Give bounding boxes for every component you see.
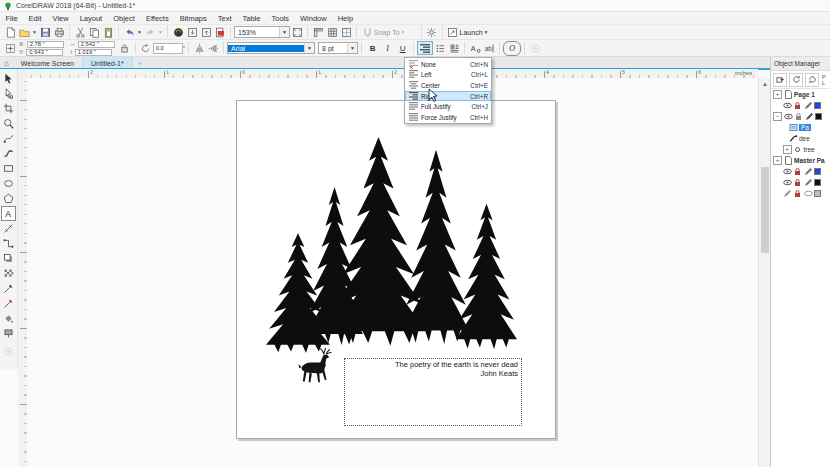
edit-text-icon[interactable]: ab: [482, 41, 496, 55]
menu-item-force-justify[interactable]: Force Justify Ctrl+H: [405, 112, 491, 123]
menu-item-none[interactable]: None Ctrl+N: [405, 59, 491, 70]
show-grid-icon[interactable]: [325, 25, 339, 39]
object-row-paragraph-text[interactable]: Pa: [771, 122, 830, 133]
paragraph-text-frame[interactable]: The poetry of the earth is never dead Jo…: [344, 358, 522, 426]
pencil-icon[interactable]: [805, 112, 814, 121]
vertical-scrollbar[interactable]: ▲: [758, 78, 770, 467]
object-width-field[interactable]: 2.542 ": [78, 41, 115, 48]
open-icon[interactable]: [17, 25, 31, 39]
undo-icon[interactable]: [122, 25, 136, 39]
layer-row-master-guides[interactable]: [771, 166, 830, 177]
publish-pdf-icon[interactable]: [213, 25, 227, 39]
font-size-combo[interactable]: 8 pt ▼: [318, 42, 358, 54]
full-screen-preview-icon[interactable]: [290, 25, 304, 39]
parallel-dimension-tool[interactable]: [1, 221, 16, 236]
y-position-field[interactable]: 0.643 ": [26, 49, 63, 56]
rectangle-tool[interactable]: [1, 161, 16, 176]
x-position-field[interactable]: 2.78 ": [27, 41, 64, 48]
redo-icon[interactable]: [143, 25, 157, 39]
zoom-tool[interactable]: [1, 116, 16, 131]
bold-button[interactable]: B: [365, 41, 380, 56]
menu-window[interactable]: Window: [294, 14, 332, 23]
ellipse-tool[interactable]: [1, 176, 16, 191]
launch-label[interactable]: Launch: [460, 29, 483, 36]
cut-icon[interactable]: [73, 25, 87, 39]
drop-cap-icon[interactable]: [447, 41, 461, 55]
layer-row-guides[interactable]: [771, 100, 830, 111]
menu-view[interactable]: View: [47, 14, 74, 23]
document-page[interactable]: The poetry of the earth is never dead Jo…: [236, 100, 556, 439]
collapse-icon[interactable]: −: [773, 112, 782, 121]
pencil-icon[interactable]: [783, 189, 792, 198]
menu-effects[interactable]: Effects: [140, 14, 174, 23]
menu-bitmaps[interactable]: Bitmaps: [174, 14, 212, 23]
eye-icon[interactable]: [783, 178, 792, 187]
lock-icon[interactable]: [793, 189, 802, 198]
pine-tree-5[interactable]: [456, 201, 517, 353]
eye-icon[interactable]: [783, 167, 792, 176]
color-eyedropper-tool[interactable]: [1, 281, 16, 296]
menu-tools[interactable]: Tools: [266, 14, 295, 23]
open-dropdown-arrow[interactable]: ▼: [31, 26, 38, 38]
eye-icon[interactable]: [804, 189, 813, 198]
flip-vertical-icon[interactable]: [206, 41, 220, 55]
snap-to-label[interactable]: Snap To: [374, 29, 400, 36]
layer-row-master-page[interactable]: + Master Pa: [771, 155, 830, 166]
pencil-icon[interactable]: [804, 178, 813, 187]
copy-icon[interactable]: [87, 25, 101, 39]
menu-item-left[interactable]: Left Ctrl+L: [405, 70, 491, 81]
new-document-icon[interactable]: [3, 25, 17, 39]
zoom-level-value[interactable]: 153%: [235, 29, 279, 36]
show-rulers-icon[interactable]: [311, 25, 325, 39]
menu-item-full-justify[interactable]: Full Justify Ctrl+J: [405, 101, 491, 112]
new-layer-button[interactable]: [773, 73, 787, 87]
layer-manager-view-button[interactable]: [805, 73, 819, 87]
object-row-trees-group[interactable]: + tree: [771, 144, 830, 155]
menu-file[interactable]: File: [0, 14, 23, 23]
polygon-tool[interactable]: [1, 191, 16, 206]
layer-row-page1[interactable]: + Page 1: [771, 89, 830, 100]
underline-button[interactable]: U: [395, 41, 410, 56]
drawing-workspace[interactable]: The poetry of the earth is never dead Jo…: [27, 78, 758, 467]
snap-magnet-icon[interactable]: [360, 25, 374, 39]
interactive-fill-tool[interactable]: [1, 311, 16, 326]
zoom-level-combo[interactable]: 153% ▼: [234, 26, 290, 38]
lock-icon[interactable]: [793, 167, 802, 176]
shape-tool[interactable]: [1, 86, 16, 101]
pencil-icon[interactable]: [804, 101, 813, 110]
snap-to-dropdown-arrow[interactable]: ▼: [400, 26, 407, 38]
import-icon[interactable]: [185, 25, 199, 39]
redo-dropdown-arrow[interactable]: ▼: [157, 26, 164, 38]
export-icon[interactable]: [199, 25, 213, 39]
smart-fill-tool[interactable]: [1, 326, 16, 341]
print-icon[interactable]: [52, 25, 66, 39]
italic-button[interactable]: I: [380, 41, 395, 56]
text-alignment-button[interactable]: [417, 41, 433, 55]
undo-dropdown-arrow[interactable]: ▼: [136, 26, 143, 38]
application-launcher-icon[interactable]: [446, 25, 460, 39]
menu-layout[interactable]: Layout: [74, 14, 108, 23]
eye-icon[interactable]: [784, 112, 793, 121]
font-list-dropdown-arrow[interactable]: ▼: [304, 43, 314, 53]
menu-item-right[interactable]: Right Ctrl+R: [405, 91, 491, 102]
text-properties-button[interactable]: O: [503, 41, 521, 56]
text-tool[interactable]: A: [1, 206, 16, 221]
lock-ratio-icon[interactable]: [118, 41, 132, 55]
menu-table[interactable]: Table: [237, 14, 266, 23]
pick-tool[interactable]: [1, 71, 16, 86]
menu-edit[interactable]: Edit: [23, 14, 47, 23]
scrollbar-thumb[interactable]: [761, 167, 769, 253]
object-height-field[interactable]: 1.019 ": [75, 49, 112, 56]
save-icon[interactable]: [38, 25, 52, 39]
layers-button-clipped-label[interactable]: L: [822, 80, 826, 86]
object-row-deer[interactable]: dee: [771, 133, 830, 144]
eye-icon[interactable]: [783, 101, 792, 110]
layer-row-desktop[interactable]: [771, 177, 830, 188]
paste-icon[interactable]: [101, 25, 115, 39]
font-size-dropdown-arrow[interactable]: ▼: [347, 43, 357, 53]
options-gear-icon[interactable]: [425, 25, 439, 39]
font-list-combo[interactable]: Arial ▼: [227, 42, 315, 54]
menu-text[interactable]: Text: [212, 14, 237, 23]
font-name-value[interactable]: Arial: [228, 45, 304, 52]
freehand-tool[interactable]: [1, 131, 16, 146]
